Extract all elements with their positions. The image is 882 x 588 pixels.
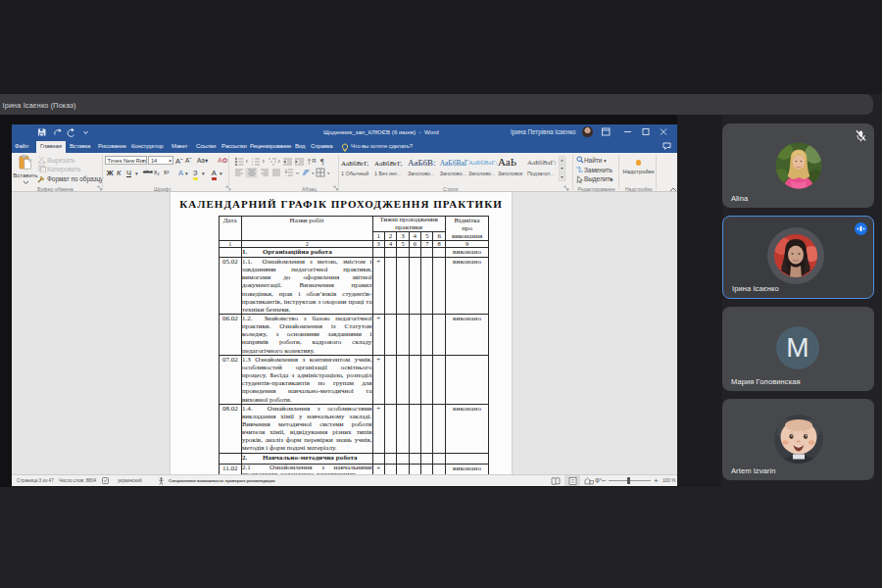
svg-text:Ф: Ф xyxy=(595,477,600,484)
svg-text:¶: ¶ xyxy=(320,158,324,167)
svg-text:Я: Я xyxy=(312,158,316,164)
